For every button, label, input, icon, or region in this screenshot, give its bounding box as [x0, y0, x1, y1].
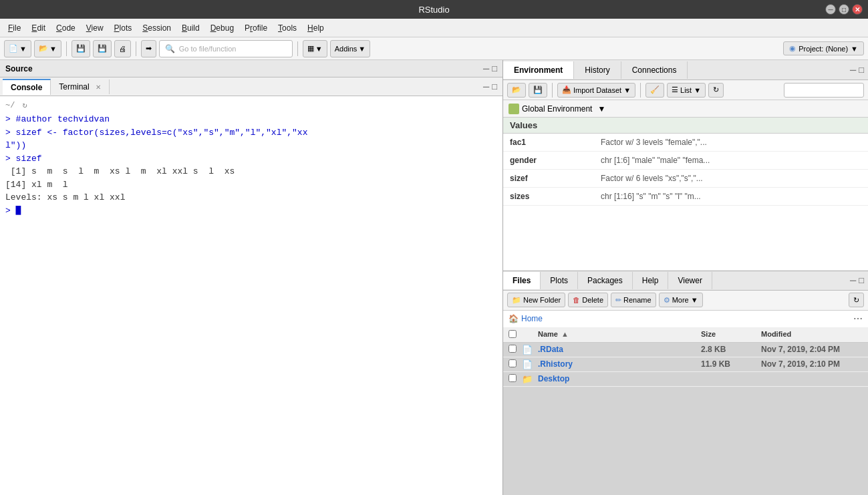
- rdata-checkbox[interactable]: [509, 345, 517, 353]
- tab-connections[interactable]: Connections: [621, 61, 688, 79]
- rename-button[interactable]: ✏ Rename: [611, 293, 656, 307]
- save-all-button[interactable]: 💾: [93, 40, 112, 57]
- file-row-rdata[interactable]: 📄 .RData 2.8 KB Nov 7, 2019, 2:04 PM: [503, 343, 868, 357]
- open-file-button[interactable]: 📂 ▼: [34, 40, 61, 57]
- rdata-name[interactable]: .RData: [538, 345, 701, 354]
- tab-terminal[interactable]: Terminal ✕: [51, 79, 110, 94]
- breadcrumb-more-icon[interactable]: ⋯: [853, 313, 863, 324]
- files-modified-col-header[interactable]: Modified: [761, 330, 868, 340]
- tab-terminal-close[interactable]: ✕: [96, 84, 101, 91]
- tab-help[interactable]: Help: [633, 272, 669, 289]
- tab-console[interactable]: Console: [3, 79, 51, 95]
- select-all-checkbox[interactable]: [509, 330, 517, 338]
- addins-label: Addins: [335, 45, 357, 53]
- source-maximize-icon[interactable]: □: [492, 63, 497, 73]
- save-workspace-button[interactable]: 💾: [529, 83, 547, 98]
- source-minimize-icon[interactable]: ─: [483, 63, 489, 73]
- env-refresh-button[interactable]: ↻: [708, 83, 724, 98]
- tab-environment[interactable]: Environment: [503, 61, 574, 79]
- files-list: 📄 .RData 2.8 KB Nov 7, 2019, 2:04 PM 📄 .…: [503, 343, 868, 496]
- tab-packages[interactable]: Packages: [578, 272, 633, 289]
- menu-help[interactable]: Help: [302, 21, 329, 35]
- env-maximize-icon[interactable]: □: [859, 65, 864, 75]
- import-icon: 📥: [562, 86, 571, 94]
- files-tabs: Files Plots Packages Help Viewer: [503, 272, 712, 289]
- clear-console-button[interactable]: 🧹: [645, 83, 664, 98]
- values-row-sizef[interactable]: sizef Factor w/ 6 levels "xs","s","...: [503, 170, 868, 188]
- menu-file[interactable]: File: [3, 21, 26, 35]
- console-content[interactable]: ~/ ↻ > #author techvidvan > sizef <- fac…: [0, 96, 502, 495]
- addins-button[interactable]: Addins ▼: [330, 40, 371, 57]
- sort-by-size-button[interactable]: Size: [701, 330, 716, 338]
- desktop-checkbox[interactable]: [509, 374, 517, 382]
- load-workspace-button[interactable]: 📂: [507, 83, 526, 98]
- delete-icon: 🗑: [573, 296, 580, 304]
- delete-button[interactable]: 🗑 Delete: [568, 293, 608, 307]
- global-env-icon: [509, 104, 519, 114]
- menu-view[interactable]: View: [81, 21, 109, 35]
- file-row-desktop[interactable]: 📁 Desktop: [503, 372, 868, 387]
- files-maximize-icon[interactable]: □: [859, 275, 864, 285]
- menu-debug[interactable]: Debug: [205, 21, 239, 35]
- global-env-selector[interactable]: Global Environment ▼: [509, 104, 605, 114]
- print-button[interactable]: 🖨: [114, 40, 131, 57]
- console-cursor: █: [16, 206, 21, 216]
- menu-session[interactable]: Session: [137, 21, 176, 35]
- desktop-name[interactable]: Desktop: [538, 374, 701, 383]
- project-selector[interactable]: ◉ Project: (None) ▼: [783, 41, 864, 55]
- tab-plots-label: Plots: [550, 276, 568, 285]
- list-label: List: [680, 86, 692, 94]
- import-arrow: ▼: [623, 86, 631, 94]
- rdata-check[interactable]: [503, 345, 522, 355]
- name-col-label: Name: [538, 330, 558, 338]
- import-dataset-button[interactable]: 📥 Import Dataset ▼: [557, 83, 635, 98]
- save-button[interactable]: 💾: [71, 40, 90, 57]
- rhistory-name[interactable]: .Rhistory: [538, 359, 701, 369]
- close-button[interactable]: ✕: [852, 4, 863, 15]
- more-button[interactable]: ⚙ More ▼: [659, 293, 703, 307]
- console-minimize-icon[interactable]: ─: [483, 81, 489, 92]
- main-layout: Source ─ □ Console Terminal ✕ ─ □: [0, 60, 868, 495]
- env-search-input[interactable]: [784, 83, 864, 98]
- menu-edit[interactable]: Edit: [26, 21, 51, 35]
- env-minimize-icon[interactable]: ─: [850, 65, 856, 75]
- tab-history[interactable]: History: [574, 61, 621, 79]
- tab-plots[interactable]: Plots: [541, 272, 578, 289]
- files-minimize-icon[interactable]: ─: [850, 275, 856, 285]
- sort-by-name-button[interactable]: Name ▲: [538, 330, 569, 338]
- project-arrow: ▼: [851, 45, 858, 53]
- values-row-fac1[interactable]: fac1 Factor w/ 3 levels "female","...: [503, 134, 868, 152]
- files-size-col-header[interactable]: Size: [701, 330, 761, 340]
- new-file-button[interactable]: 📄 ▼: [4, 40, 31, 57]
- goto-icon: ➡: [146, 44, 152, 53]
- console-tab-bar: Console Terminal ✕ ─ □: [0, 77, 502, 96]
- values-area: Values fac1 Factor w/ 3 levels "female",…: [503, 118, 868, 271]
- file-row-rhistory[interactable]: 📄 .Rhistory 11.9 KB Nov 7, 2019, 2:10 PM: [503, 357, 868, 372]
- menu-plots[interactable]: Plots: [109, 21, 138, 35]
- menu-profile[interactable]: Profile: [239, 21, 273, 35]
- grid-button[interactable]: ▦ ▼: [303, 40, 327, 57]
- rhistory-checkbox[interactable]: [509, 359, 517, 367]
- files-refresh-button[interactable]: ↻: [849, 293, 864, 307]
- rhistory-check[interactable]: [503, 359, 522, 369]
- tab-viewer[interactable]: Viewer: [668, 272, 712, 289]
- tab-files[interactable]: Files: [503, 272, 541, 289]
- console-line-3: > sizef: [5, 152, 497, 166]
- desktop-check[interactable]: [503, 374, 522, 384]
- new-folder-button[interactable]: 📁 New Folder: [507, 293, 565, 307]
- values-row-sizes[interactable]: sizes chr [1:16] "s" "m" "s" "l" "m...: [503, 188, 868, 206]
- sort-by-modified-button[interactable]: Modified: [761, 330, 791, 338]
- console-maximize-icon[interactable]: □: [492, 81, 497, 92]
- tab-help-label: Help: [642, 276, 659, 285]
- home-link[interactable]: Home: [521, 314, 543, 323]
- files-name-col-header[interactable]: Name ▲: [538, 330, 701, 340]
- menu-tools[interactable]: Tools: [273, 21, 302, 35]
- files-check-all[interactable]: [503, 330, 522, 340]
- values-row-gender[interactable]: gender chr [1:6] "male" "male" "fema...: [503, 152, 868, 170]
- list-view-button[interactable]: ☰ List ▼: [667, 83, 706, 98]
- minimize-button[interactable]: ─: [825, 4, 836, 15]
- menu-code[interactable]: Code: [51, 21, 81, 35]
- goto-input-container[interactable]: 🔍 Go to file/function: [159, 40, 293, 57]
- menu-build[interactable]: Build: [176, 21, 205, 35]
- maximize-button[interactable]: □: [839, 4, 849, 15]
